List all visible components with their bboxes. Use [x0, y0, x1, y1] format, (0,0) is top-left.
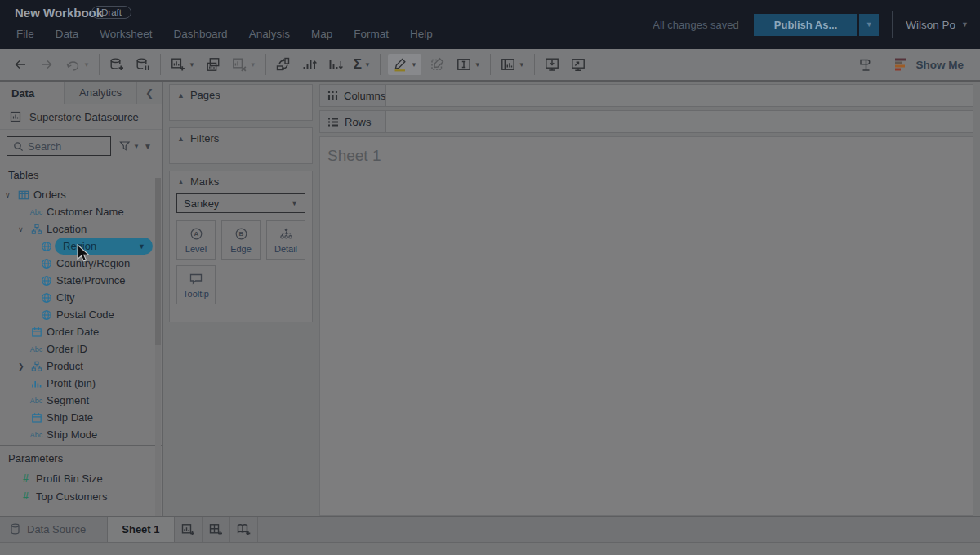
worksheet-cards-icon[interactable]: [858, 56, 875, 73]
columns-shelf-droparea[interactable]: [386, 84, 973, 107]
toolbar-group: Σ▼: [266, 54, 380, 75]
pause-updates-button[interactable]: [133, 54, 153, 75]
field-profit-bin[interactable]: Profit (bin): [0, 375, 162, 392]
menu-file[interactable]: File: [6, 26, 45, 42]
labels-button[interactable]: ▼: [498, 54, 527, 75]
collapse-caret-icon[interactable]: ∨: [5, 191, 16, 199]
chevron-down-icon: ▼: [189, 61, 195, 69]
menu-dashboard[interactable]: Dashboard: [163, 26, 238, 42]
field-label: Ship Date: [47, 411, 93, 424]
tab-analytics[interactable]: Analytics: [65, 82, 136, 104]
data-panel-scrollbar[interactable]: [155, 178, 161, 516]
parameter-top-customers[interactable]: #Top Customers: [0, 487, 162, 505]
publish-as-dropdown-button[interactable]: ▼: [859, 14, 879, 36]
sort-descending-icon: [327, 56, 344, 73]
mark-button-label: Tooltip: [183, 289, 209, 299]
menu-worksheet[interactable]: Worksheet: [89, 26, 163, 42]
data-source-tab[interactable]: Data Source: [0, 517, 107, 542]
collapse-panel-button[interactable]: ❮: [136, 82, 162, 104]
menu-data[interactable]: Data: [45, 26, 90, 42]
mark-button-edge[interactable]: BEdge: [221, 220, 261, 260]
pages-card-header[interactable]: ▲ Pages: [170, 85, 312, 104]
field-order-date[interactable]: Order Date: [0, 323, 162, 340]
rows-shelf-droparea[interactable]: [386, 110, 973, 133]
filters-label: Filters: [190, 132, 219, 144]
menu-map[interactable]: Map: [301, 26, 343, 42]
abc-icon: Abc: [29, 431, 44, 439]
tab-data[interactable]: Data: [0, 82, 65, 104]
field-orders[interactable]: ∨Orders: [0, 186, 162, 203]
filter-fields-icon[interactable]: ▼: [119, 140, 140, 152]
back-button[interactable]: [11, 54, 30, 75]
highlight-button[interactable]: ▼: [388, 54, 421, 75]
fit-button[interactable]: ▼: [454, 54, 483, 75]
expand-caret-icon[interactable]: ❯: [18, 362, 29, 371]
sort-descending-button[interactable]: [326, 54, 345, 75]
field-ship-mode[interactable]: AbcShip Mode: [0, 426, 162, 443]
sheet-1-tab[interactable]: Sheet 1: [107, 517, 174, 542]
forward-icon: [38, 56, 55, 73]
field-customer-name[interactable]: AbcCustomer Name: [0, 203, 162, 220]
field-segment[interactable]: AbcSegment: [0, 392, 162, 409]
field-pill-region[interactable]: Region▼: [55, 238, 153, 255]
tableau-workbook-window: New Workbook Draft FileDataWorksheetDash…: [0, 0, 980, 555]
mark-button-tooltip[interactable]: Tooltip: [176, 265, 216, 304]
calendar-icon: [29, 412, 44, 424]
parameter-profit-bin-size[interactable]: #Profit Bin Size: [0, 469, 162, 487]
datasource-row[interactable]: Superstore Datasource: [0, 104, 162, 130]
field-product[interactable]: ❯Product: [0, 357, 162, 375]
field-label: Segment: [47, 394, 89, 406]
field-country-region[interactable]: Country/Region: [0, 255, 162, 272]
field-state-province[interactable]: State/Province: [0, 272, 162, 289]
download-icon: [544, 56, 560, 73]
collapse-caret-icon[interactable]: ∨: [18, 225, 29, 233]
presentation-icon: [570, 56, 586, 73]
menu-help[interactable]: Help: [399, 26, 443, 42]
field-order-id[interactable]: AbcOrder ID: [0, 340, 162, 357]
chevron-down-icon: ▼: [474, 61, 481, 69]
field-location[interactable]: ∨Location: [0, 220, 162, 238]
mark-type-value: Sankey: [184, 198, 219, 210]
publish-as-button[interactable]: Publish As...: [754, 14, 858, 36]
new-datasource-button[interactable]: [107, 54, 127, 75]
filters-card-header[interactable]: ▲ Filters: [170, 128, 312, 147]
save-status: All changes saved: [653, 19, 739, 31]
show-me-button[interactable]: Show Me: [894, 57, 964, 72]
new-dashboard-button[interactable]: [203, 517, 230, 542]
marks-card-header[interactable]: ▲ Marks: [170, 171, 312, 190]
mark-type-dropdown[interactable]: Sankey ▼: [176, 193, 305, 213]
worksheet-canvas[interactable]: Sheet 1: [319, 136, 973, 516]
new-story-button[interactable]: [230, 517, 258, 542]
search-input[interactable]: [28, 140, 110, 153]
menu-analysis[interactable]: Analysis: [238, 26, 301, 42]
new-dashboard-icon: [208, 522, 224, 537]
field-region[interactable]: Region▼: [0, 238, 162, 255]
svg-text:A: A: [194, 230, 198, 238]
data-panel: Data Analytics ❮ Superstore Datasource: [0, 82, 163, 516]
totals-button[interactable]: Σ▼: [352, 55, 372, 74]
redo-icon: [65, 56, 81, 73]
swap-axes-button[interactable]: [274, 54, 293, 75]
new-worksheet-button[interactable]: ▼: [168, 54, 197, 75]
field-city[interactable]: City: [0, 289, 162, 306]
duplicate-sheet-button[interactable]: [203, 54, 223, 75]
download-button[interactable]: [542, 54, 562, 75]
new-worksheet-tab-button[interactable]: [175, 517, 203, 542]
chevron-down-icon: ▼: [138, 242, 145, 251]
search-box[interactable]: [7, 136, 111, 156]
field-postal-code[interactable]: Postal Code: [0, 306, 162, 323]
chevron-down-icon: ▼: [83, 61, 90, 69]
rows-label: Rows: [345, 116, 372, 128]
menu-format[interactable]: Format: [343, 26, 399, 42]
mark-button-level[interactable]: ALevel: [176, 220, 216, 260]
field-ship-date[interactable]: Ship Date: [0, 409, 162, 426]
user-menu[interactable]: Wilson Po ▼: [906, 19, 969, 31]
sort-ascending-button[interactable]: [300, 54, 319, 75]
mark-button-detail[interactable]: Detail: [266, 220, 305, 260]
globe-icon: [38, 292, 54, 304]
presentation-button[interactable]: [568, 54, 588, 75]
scrollbar-thumb[interactable]: [155, 178, 161, 345]
data-pane-menu-icon[interactable]: ▼: [144, 142, 152, 151]
field-label: Product: [47, 360, 83, 372]
new-worksheet-icon: [170, 56, 186, 73]
